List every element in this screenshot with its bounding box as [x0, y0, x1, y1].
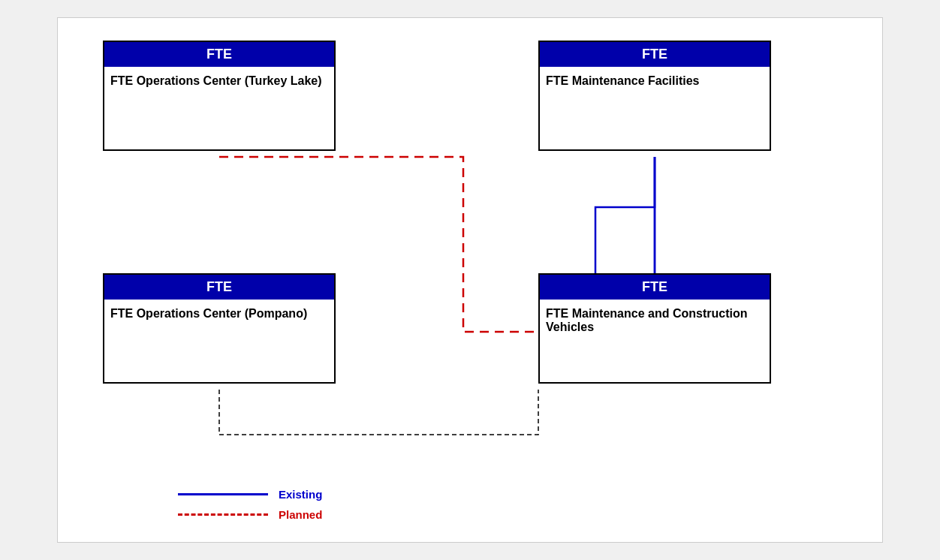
node-bottom-right: FTE FTE Maintenance and Construction Veh… — [538, 273, 771, 384]
legend-existing-line — [178, 493, 268, 495]
node-top-left: FTE FTE Operations Center (Turkey Lake) — [103, 41, 336, 151]
node-top-right-body: FTE Maintenance Facilities — [540, 67, 770, 149]
node-top-right: FTE FTE Maintenance Facilities — [538, 41, 771, 151]
node-top-left-header: FTE — [104, 42, 334, 67]
legend-existing-label: Existing — [279, 488, 322, 501]
diagram-container: FTE FTE Operations Center (Turkey Lake) … — [57, 17, 883, 543]
node-top-left-body: FTE Operations Center (Turkey Lake) — [104, 67, 334, 149]
node-bottom-left-body: FTE Operations Center (Pompano) — [104, 300, 334, 382]
node-bottom-right-header: FTE — [540, 275, 770, 300]
legend-planned: Planned — [178, 508, 322, 521]
node-bottom-left-header: FTE — [104, 275, 334, 300]
node-bottom-right-body: FTE Maintenance and Construction Vehicle… — [540, 300, 770, 382]
node-bottom-left: FTE FTE Operations Center (Pompano) — [103, 273, 336, 384]
legend: Existing Planned — [178, 488, 322, 521]
legend-planned-label: Planned — [279, 508, 322, 521]
node-top-right-header: FTE — [540, 42, 770, 67]
legend-existing: Existing — [178, 488, 322, 501]
legend-planned-line — [178, 513, 268, 516]
